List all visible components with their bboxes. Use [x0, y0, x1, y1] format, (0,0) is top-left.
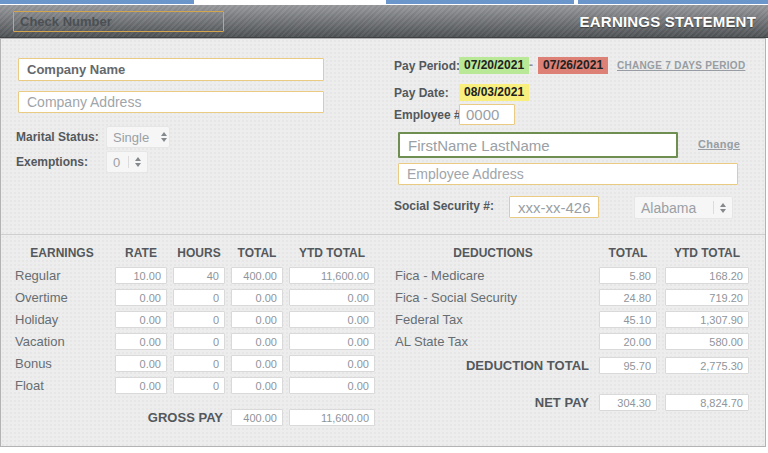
select-divider — [713, 201, 714, 214]
total-input[interactable] — [231, 289, 283, 306]
deduction-row-label: Fica - Medicare — [395, 266, 591, 288]
hours-input[interactable] — [173, 377, 225, 394]
deductions-table: DEDUCTIONS TOTAL YTD TOTAL Fica - Medica… — [395, 244, 747, 412]
deduction-row-label: Fica - Social Security — [395, 288, 591, 310]
column-header: HOURS — [173, 244, 225, 266]
deduction-row-label: Federal Tax — [395, 310, 591, 332]
exemptions-select[interactable]: 0 — [106, 151, 148, 173]
column-header: RATE — [115, 244, 167, 266]
ssn-input[interactable] — [509, 196, 599, 218]
tab-strip-segment[interactable] — [578, 0, 768, 4]
pay-date-label: Pay Date: — [394, 83, 449, 103]
section-divider — [1, 234, 765, 235]
statement-panel: Marital Status: Single Exemptions: 0 Pay… — [0, 38, 766, 447]
tab-strip-segment-active[interactable] — [194, 0, 386, 4]
hours-input[interactable] — [173, 267, 225, 284]
rate-input[interactable] — [115, 355, 167, 372]
total-input[interactable] — [231, 377, 283, 394]
up-down-arrows-icon[interactable] — [720, 203, 726, 213]
net-pay-total — [599, 394, 657, 411]
ytd-total-input[interactable] — [289, 311, 375, 328]
total-input[interactable] — [231, 333, 283, 350]
change-period-link[interactable]: CHANGE 7 DAYS PERIOD — [617, 60, 745, 71]
hours-input[interactable] — [173, 355, 225, 372]
ytd-total-input[interactable] — [289, 333, 375, 350]
deduction-total-input[interactable] — [599, 333, 657, 350]
total-input[interactable] — [231, 355, 283, 372]
pay-period-label: Pay Period: — [394, 56, 460, 76]
total-input[interactable] — [231, 267, 283, 284]
state-select[interactable]: Alabama — [634, 196, 733, 219]
rate-input[interactable] — [115, 311, 167, 328]
rate-input[interactable] — [115, 267, 167, 284]
ytd-total-input[interactable] — [289, 289, 375, 306]
hours-input[interactable] — [173, 333, 225, 350]
marital-status-select[interactable]: Single — [106, 126, 170, 148]
deduction-ytd-input[interactable] — [665, 289, 749, 306]
earnings-row-label: Float — [15, 376, 109, 398]
page-title: EARNINGS STATEMENT — [580, 5, 756, 38]
gross-pay-total — [231, 409, 283, 426]
net-pay-label: NET PAY — [395, 393, 591, 412]
hours-input[interactable] — [173, 311, 225, 328]
earnings-statement-app: EARNINGS STATEMENT Marital Status: Singl… — [0, 0, 768, 453]
pay-period-dash: - — [529, 58, 533, 72]
statement-header-bar: EARNINGS STATEMENT — [0, 5, 768, 38]
exemptions-value: 0 — [113, 155, 122, 170]
earnings-table: EARNINGS RATE HOURS TOTAL YTD TOTAL Regu… — [15, 244, 371, 427]
earnings-row-label: Holiday — [15, 310, 109, 332]
employee-address-input[interactable] — [398, 163, 738, 185]
rate-input[interactable] — [115, 377, 167, 394]
hours-input[interactable] — [173, 289, 225, 306]
ytd-total-input[interactable] — [289, 355, 375, 372]
marital-status-value: Single — [113, 130, 149, 145]
deduction-ytd-input[interactable] — [665, 267, 749, 284]
deduction-total-input[interactable] — [599, 311, 657, 328]
up-down-arrows-icon[interactable] — [135, 157, 141, 167]
column-header: YTD TOTAL — [289, 244, 375, 266]
gross-pay-ytd-total — [289, 409, 375, 426]
state-value: Alabama — [641, 200, 707, 216]
company-name-input[interactable] — [18, 58, 324, 81]
ssn-label: Social Security #: — [394, 196, 494, 216]
check-number-input[interactable] — [13, 11, 224, 32]
tab-strip-segment[interactable] — [0, 0, 194, 4]
earnings-row-label: Vacation — [15, 332, 109, 354]
company-address-input[interactable] — [18, 91, 324, 113]
tab-strip-segment[interactable] — [386, 0, 574, 4]
column-header: DEDUCTIONS — [395, 244, 591, 266]
column-header: YTD TOTAL — [665, 244, 749, 266]
deduction-row-label: AL State Tax — [395, 332, 591, 354]
rate-input[interactable] — [115, 289, 167, 306]
deduction-total-input[interactable] — [599, 267, 657, 284]
pay-date-value[interactable]: 08/03/2021 — [459, 84, 529, 101]
earnings-row-label: Overtime — [15, 288, 109, 310]
column-header: TOTAL — [599, 244, 657, 266]
deduction-total-ytd-sum — [665, 357, 749, 374]
change-name-link[interactable]: Change — [698, 138, 740, 150]
ytd-total-input[interactable] — [289, 377, 375, 394]
employee-name-input[interactable] — [398, 132, 678, 158]
column-header: EARNINGS — [15, 244, 109, 266]
deduction-ytd-input[interactable] — [665, 333, 749, 350]
rate-input[interactable] — [115, 333, 167, 350]
pay-period-start-date[interactable]: 07/20/2021 — [459, 57, 529, 74]
deduction-total-label: DEDUCTION TOTAL — [395, 356, 591, 375]
up-down-arrows-icon[interactable] — [161, 132, 167, 142]
deduction-total-sum — [599, 357, 657, 374]
column-header: TOTAL — [231, 244, 283, 266]
deduction-total-input[interactable] — [599, 289, 657, 306]
pay-period-end-date[interactable]: 07/26/2021 — [538, 57, 608, 74]
employee-number-input[interactable] — [459, 104, 515, 125]
net-pay-ytd-total — [665, 394, 749, 411]
deduction-ytd-input[interactable] — [665, 311, 749, 328]
exemptions-label: Exemptions: — [16, 152, 88, 172]
earnings-row-label: Regular — [15, 266, 109, 288]
ytd-total-input[interactable] — [289, 267, 375, 284]
employee-number-label: Employee #: — [394, 105, 465, 125]
total-input[interactable] — [231, 311, 283, 328]
gross-pay-label: GROSS PAY — [15, 408, 225, 427]
marital-status-label: Marital Status: — [16, 127, 99, 147]
earnings-row-label: Bonus — [15, 354, 109, 376]
select-divider — [128, 156, 129, 168]
